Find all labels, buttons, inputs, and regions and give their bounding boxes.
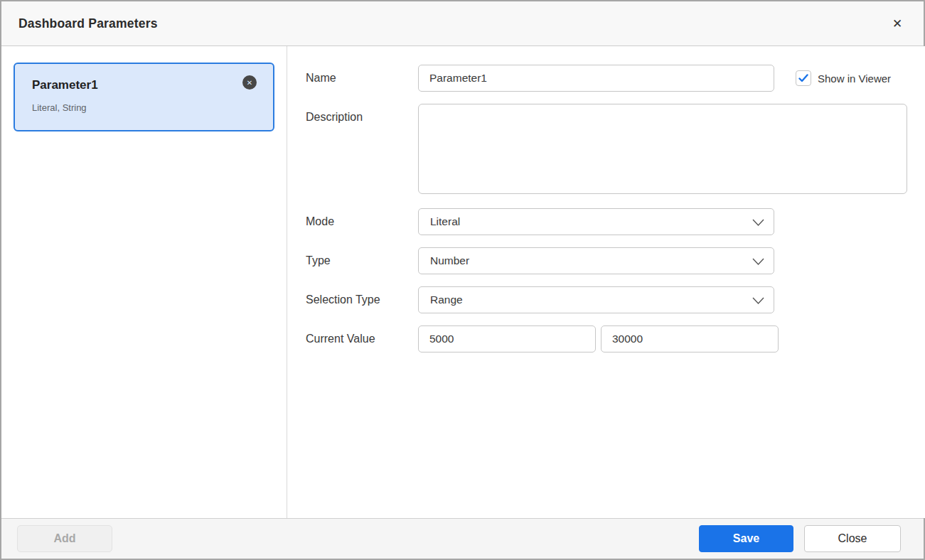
description-label: Description — [306, 104, 418, 124]
dialog-footer: Add Save Close — [1, 518, 924, 559]
close-icon[interactable]: ✕ — [888, 14, 907, 33]
parameter-subtitle: Literal, String — [32, 102, 256, 113]
check-icon — [798, 74, 808, 82]
chevron-down-icon — [752, 256, 764, 267]
dashboard-parameters-dialog: Dashboard Parameters ✕ Parameter1 Litera… — [0, 0, 925, 560]
remove-parameter-icon[interactable]: ✕ — [242, 75, 257, 90]
chevron-down-icon — [752, 217, 764, 228]
description-row: Description — [306, 104, 907, 194]
name-input[interactable] — [418, 65, 774, 92]
type-row: Type Number — [306, 247, 907, 274]
dialog-body: Parameter1 Literal, String ✕ Name Show i… — [1, 46, 924, 518]
current-value-max-input[interactable] — [601, 325, 779, 352]
name-row: Name Show in Viewer — [306, 65, 907, 92]
add-button[interactable]: Add — [17, 525, 112, 552]
selection-type-label: Selection Type — [306, 294, 418, 306]
selection-type-select[interactable]: Range — [418, 286, 774, 313]
mode-row: Mode Literal — [306, 208, 907, 235]
current-value-row: Current Value — [306, 325, 907, 352]
type-selected-value: Number — [430, 254, 469, 267]
name-label: Name — [306, 72, 418, 85]
dialog-title: Dashboard Parameters — [18, 16, 158, 31]
selection-type-row: Selection Type Range — [306, 286, 907, 313]
show-in-viewer-label: Show in Viewer — [818, 72, 891, 85]
mode-selected-value: Literal — [430, 215, 460, 228]
dialog-header: Dashboard Parameters ✕ — [1, 1, 924, 46]
parameter-form-panel: Name Show in Viewer Description — [287, 46, 925, 518]
show-in-viewer-checkbox[interactable] — [796, 70, 811, 86]
parameter-list-panel: Parameter1 Literal, String ✕ — [1, 46, 287, 518]
selection-type-selected-value: Range — [430, 294, 463, 306]
current-value-label: Current Value — [306, 333, 418, 345]
parameter-list-item[interactable]: Parameter1 Literal, String ✕ — [14, 63, 274, 131]
mode-select[interactable]: Literal — [418, 208, 774, 235]
description-textarea[interactable] — [418, 104, 907, 194]
close-button[interactable]: Close — [804, 525, 901, 552]
type-label: Type — [306, 254, 418, 267]
current-value-min-input[interactable] — [418, 325, 596, 352]
parameter-name: Parameter1 — [32, 78, 256, 92]
show-in-viewer-group[interactable]: Show in Viewer — [796, 70, 891, 86]
chevron-down-icon — [752, 295, 764, 306]
mode-label: Mode — [306, 215, 418, 228]
type-select[interactable]: Number — [418, 247, 774, 274]
save-button[interactable]: Save — [699, 525, 793, 552]
